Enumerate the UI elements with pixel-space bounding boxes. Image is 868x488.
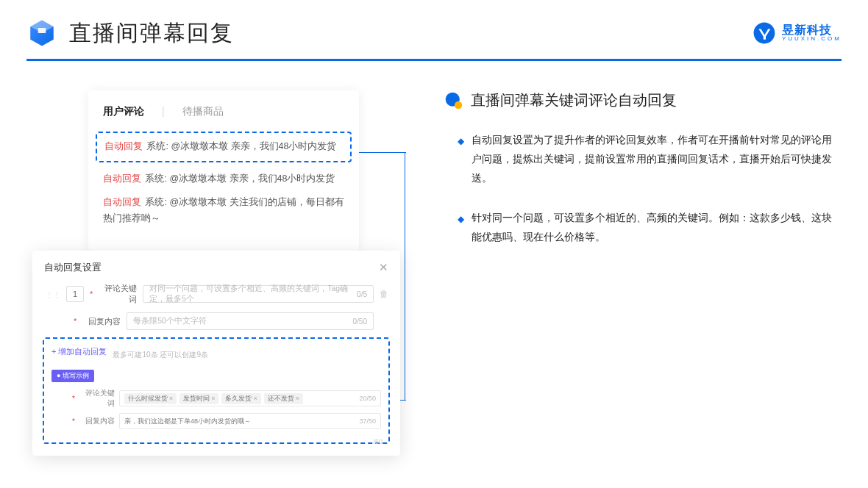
input-placeholder: 每条限50个中文字符 (133, 316, 207, 326)
tag-pill[interactable]: 多久发货× (221, 393, 260, 404)
description-panel: 直播间弹幕关键词评论自动回复 ◆ 自动回复设置为了提升作者的评论回复效率，作者可… (444, 90, 836, 267)
diamond-icon: ◆ (458, 133, 464, 188)
close-icon[interactable]: ✕ (379, 261, 388, 274)
svg-point-2 (455, 101, 462, 108)
row-number: 1 (66, 286, 84, 302)
tab-bar: 用户评论 | 待播商品 (103, 105, 344, 118)
settings-title: 自动回复设置 (44, 261, 102, 274)
bullet-text: 针对同一个问题，可设置多个相近的、高频的关键词。例如：这款多少钱、这块能优惠吗、… (472, 209, 836, 247)
keyword-label: 评论关键词 (99, 283, 137, 305)
char-count: 20/50 (359, 395, 376, 402)
logo-mark-icon (753, 21, 776, 45)
comments-card: 用户评论 | 待播商品 自动回复 系统: @冰墩墩本墩 亲亲，我们48小时内发货… (88, 90, 359, 251)
tag-pill[interactable]: 什么时候发货× (124, 393, 177, 404)
content-label: 回复内容 (82, 316, 121, 327)
content-row: * 回复内容 每条限50个中文字符 0/50 (43, 312, 390, 330)
required-mark: * (90, 290, 93, 298)
required-mark: * (74, 317, 77, 326)
message-row: 自动回复 系统: @冰墩墩本墩 亲亲，我们48小时内发货 (103, 171, 344, 187)
logo-text-cn: 昱新科技 (782, 24, 842, 37)
keyword-input[interactable]: 对同一个问题，可设置多个相近、高频的关键词，Tag确定，最多5个 0/5 (143, 285, 374, 303)
message-row: 自动回复 系统: @冰墩墩本墩 关注我们的店铺，每日都有热门推荐哟～ (103, 195, 344, 227)
brand-logo: 昱新科技 YUUXIN.COM (753, 21, 842, 45)
connector-line (405, 152, 405, 401)
cube-icon (26, 18, 57, 49)
auto-reply-tag: 自动回复 (104, 141, 143, 151)
required-mark: * (72, 417, 75, 426)
settings-card: 自动回复设置 ✕ ⋮⋮ 1 * 评论关键词 对同一个问题，可设置多个相近、高频的… (32, 251, 400, 456)
content-input[interactable]: 每条限50个中文字符 0/50 (127, 312, 374, 330)
bullet-item: ◆ 自动回复设置为了提升作者的评论回复效率，作者可在开播前针对常见的评论用户问题… (458, 131, 836, 188)
delete-icon[interactable]: 🗑 (380, 289, 390, 299)
keyword-row: ⋮⋮ 1 * 评论关键词 对同一个问题，可设置多个相近、高频的关键词，Tag确定… (43, 283, 390, 305)
example-keyword-row: * 评论关键词 什么时候发货× 发货时间× 多久发货× 还不发货× 20/50 (51, 388, 381, 409)
trailing-count: /50 (373, 438, 383, 445)
message-text: 系统: @冰墩墩本墩 亲亲，我们48小时内发货 (146, 141, 336, 151)
example-content-input[interactable]: 亲，我们这边都是下单48小时内发货的哦～ 37/50 (119, 413, 381, 429)
screenshot-panel: 用户评论 | 待播商品 自动回复 系统: @冰墩墩本墩 亲亲，我们48小时内发货… (32, 90, 415, 267)
page-header: 直播间弹幕回复 昱新科技 YUUXIN.COM (0, 0, 868, 49)
add-auto-reply-button[interactable]: + 增加自动回复 (51, 346, 107, 357)
drag-handle-icon[interactable]: ⋮⋮ (46, 290, 60, 298)
add-hint-text: 最多可建10条 还可以创建9条 (113, 350, 207, 360)
example-content-value: 亲，我们这边都是下单48小时内发货的哦～ (124, 417, 251, 426)
auto-reply-tag: 自动回复 (103, 173, 141, 184)
tab-pending-products[interactable]: 待播商品 (182, 105, 224, 118)
section-title: 直播间弹幕关键词评论自动回复 (471, 90, 677, 110)
example-block: + 增加自动回复 最多可建10条 还可以创建9条 ● 填写示例 * 评论关键词 … (43, 337, 390, 444)
message-text: 系统: @冰墩墩本墩 亲亲，我们48小时内发货 (145, 173, 335, 184)
tab-separator: | (162, 105, 165, 118)
tag-pill[interactable]: 还不发货× (264, 393, 303, 404)
logo-text-en: YUUXIN.COM (782, 36, 842, 43)
ex-content-label: 回复内容 (79, 416, 115, 426)
example-keyword-input[interactable]: 什么时候发货× 发货时间× 多久发货× 还不发货× 20/50 (119, 390, 381, 406)
chat-bubble-icon (444, 91, 463, 110)
page-title: 直播间弹幕回复 (69, 18, 234, 49)
bullet-item: ◆ 针对同一个问题，可设置多个相近的、高频的关键词。例如：这款多少钱、这块能优惠… (458, 209, 836, 247)
example-content-row: * 回复内容 亲，我们这边都是下单48小时内发货的哦～ 37/50 (51, 413, 381, 429)
section-header: 直播间弹幕关键词评论自动回复 (444, 90, 836, 110)
bullet-text: 自动回复设置为了提升作者的评论回复效率，作者可在开播前针对常见的评论用户问题，提… (472, 131, 836, 188)
connector-line (356, 152, 406, 153)
char-count: 0/50 (353, 317, 367, 326)
diamond-icon: ◆ (458, 211, 464, 247)
auto-reply-tag: 自动回复 (103, 197, 141, 207)
input-placeholder: 对同一个问题，可设置多个相近、高频的关键词，Tag确定，最多5个 (149, 284, 357, 304)
highlighted-message: 自动回复 系统: @冰墩墩本墩 亲亲，我们48小时内发货 (96, 132, 352, 162)
required-mark: * (72, 395, 75, 403)
example-badge: ● 填写示例 (51, 370, 94, 382)
tab-user-comments[interactable]: 用户评论 (103, 105, 144, 118)
bullet-list: ◆ 自动回复设置为了提升作者的评论回复效率，作者可在开播前针对常见的评论用户问题… (444, 131, 836, 246)
ex-keyword-label: 评论关键词 (79, 388, 115, 409)
char-count: 37/50 (359, 417, 376, 425)
char-count: 0/5 (357, 290, 367, 298)
tag-pill[interactable]: 发货时间× (179, 393, 218, 404)
